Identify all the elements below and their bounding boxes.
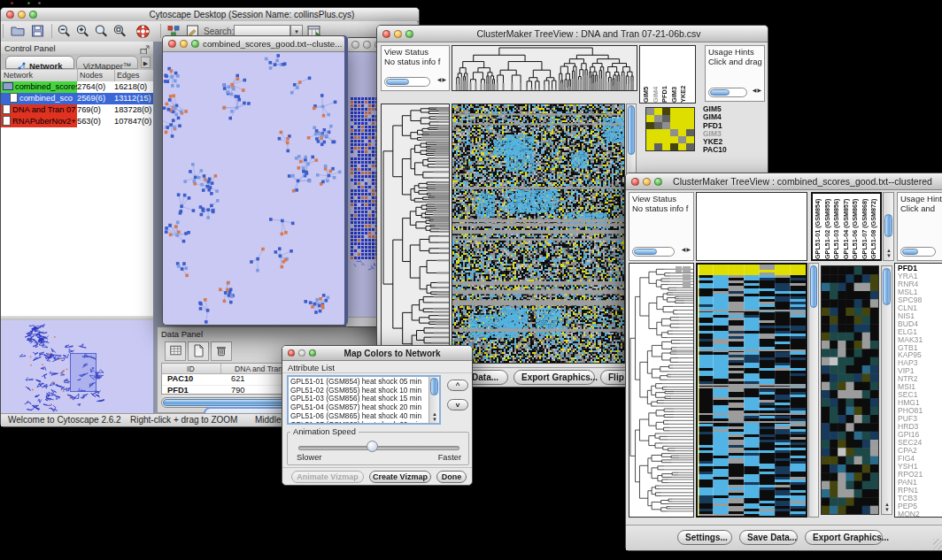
settings-button[interactable]: Settings... — [677, 530, 732, 545]
save-icon[interactable] — [30, 24, 45, 42]
net1-titlebar[interactable]: combined_scores_good.txt--cluste... — [163, 36, 344, 52]
minimize-button[interactable] — [363, 41, 371, 49]
scrollbar-thumb[interactable] — [883, 268, 891, 305]
minimize-button[interactable] — [18, 11, 26, 19]
tv2-collabel-vscrollbar[interactable]: ▲▼ — [883, 192, 894, 261]
tv2-heatmap-vscrollbar[interactable] — [808, 263, 819, 518]
gene-label[interactable]: PAC10 — [703, 146, 758, 154]
network-canvas[interactable] — [163, 52, 344, 326]
zoom-in-icon[interactable] — [75, 24, 90, 42]
minimize-button[interactable] — [394, 30, 402, 38]
minimize-button[interactable] — [180, 40, 188, 48]
scrollbar-thumb[interactable] — [634, 249, 657, 255]
minimize-button[interactable] — [298, 349, 305, 357]
trash-icon[interactable] — [211, 341, 232, 361]
column-header-nodes[interactable]: Nodes — [80, 71, 103, 80]
close-button[interactable] — [382, 30, 390, 38]
network-tree-row[interactable]: combined_sco2569(6)13112(15) — [1, 93, 153, 104]
minimize-button[interactable] — [643, 178, 651, 186]
zoom-button[interactable] — [405, 30, 413, 38]
tv2-titlebar[interactable]: ClusterMaker TreeView : combined_scores_… — [626, 173, 942, 190]
close-button[interactable] — [631, 178, 639, 186]
scroll-arrows[interactable]: ▲▼ — [432, 411, 437, 422]
zoom-button[interactable] — [191, 40, 199, 48]
network-tree-row[interactable]: RNAPuberNov2+563(0)107847(0) — [1, 116, 153, 127]
scroll-arrows[interactable]: ◀▶ — [437, 75, 447, 85]
resize-grip[interactable] — [933, 539, 942, 549]
tv2-row-dendrogram[interactable] — [629, 263, 694, 518]
network-tree-row[interactable]: DNA and Tran 07769(0)183728(0) — [1, 104, 153, 116]
tv2-heatmap[interactable] — [696, 263, 807, 518]
attribute-listbox[interactable]: GPL51-01 (GSM854) heat shock 05 minGPL51… — [287, 375, 441, 425]
new-document-icon[interactable] — [188, 341, 209, 361]
gene-label[interactable]: MON2 — [898, 510, 942, 518]
main-titlebar[interactable]: Cytoscape Desktop (Session Name: collins… — [1, 8, 419, 22]
column-header-edges[interactable]: Edges — [117, 71, 140, 80]
cell-value: 621 — [217, 374, 245, 383]
network-tree-row[interactable]: combined_scores2764(0)16218(0) — [1, 81, 153, 93]
open-folder-icon[interactable] — [10, 24, 26, 42]
create-vizmap-button[interactable]: Create Vizmap — [369, 471, 431, 483]
tv1-heatmap[interactable] — [452, 104, 625, 364]
animate-vizmap-button[interactable]: Animate Vizmap — [291, 471, 364, 483]
tv2-zoom-heatmap[interactable] — [821, 265, 879, 515]
close-button[interactable] — [351, 41, 359, 49]
speed-slider-thumb[interactable] — [367, 441, 378, 452]
tv1-column-dendrogram[interactable] — [452, 45, 637, 91]
tv1-zoom-heatmap[interactable] — [645, 107, 695, 151]
tv1-hints-hscrollbar[interactable] — [708, 88, 747, 97]
scrollbar-thumb[interactable] — [386, 79, 409, 85]
scrollbar-thumb[interactable] — [430, 378, 438, 395]
table-grid-icon[interactable] — [165, 341, 186, 361]
tab-overflow-button[interactable]: ▶ — [141, 57, 151, 68]
tv1-status-hscrollbar[interactable] — [384, 77, 430, 87]
scroll-arrows[interactable]: ◀▶ — [753, 86, 762, 96]
tv2-hints-hscrollbar[interactable] — [900, 247, 936, 257]
zoom-button[interactable] — [309, 349, 316, 357]
zoom-out-icon[interactable] — [57, 24, 72, 42]
scrollbar-thumb[interactable] — [884, 214, 892, 237]
save-data-button[interactable]: Save Data... — [739, 530, 798, 545]
tab-network[interactable]: Network — [5, 56, 74, 69]
zoom-selected-icon[interactable] — [94, 24, 109, 42]
zoom-fit-icon[interactable] — [112, 24, 127, 42]
scroll-arrows[interactable]: ▲▼ — [884, 502, 890, 512]
nodes-count: 2569(6) — [77, 93, 114, 104]
scrollbar-thumb[interactable] — [810, 265, 817, 308]
dialog-titlebar[interactable]: Map Colors to Network — [282, 346, 472, 361]
tv1-column-labels[interactable]: GIM5GIM4PFD1GIM3YKE2PAC10 — [639, 45, 696, 104]
scroll-arrows[interactable]: ◀▶ — [682, 245, 691, 255]
tv2-column-dendrogram[interactable] — [696, 192, 807, 261]
move-up-button[interactable]: ^ — [447, 380, 468, 391]
scroll-arrows[interactable]: ▲▼ — [886, 248, 892, 258]
scrollbar-thumb[interactable] — [902, 249, 918, 255]
zoom-button[interactable] — [29, 11, 37, 19]
menubar-artifact — [27, 2, 30, 4]
attribute-item[interactable]: GPL51-07 (GSM868) heat shock 60 min — [290, 421, 437, 425]
column-header-network[interactable]: Network — [4, 71, 33, 80]
tv2-column-labels[interactable]: GPL51-01 (GSM854)GPL51-02 (GSM855)GPL51-… — [811, 192, 882, 261]
close-button[interactable] — [168, 40, 176, 48]
tab-vizmapper[interactable]: VizMapper™ — [76, 56, 138, 69]
move-down-button[interactable]: v — [447, 399, 468, 410]
column-label: GIM3 — [670, 46, 680, 103]
col-id[interactable]: ID — [187, 364, 195, 373]
close-button[interactable] — [6, 11, 14, 19]
tv2-zoom-vscrollbar[interactable]: ▲▼ — [881, 265, 892, 515]
scrollbar-thumb[interactable] — [710, 89, 730, 96]
tv1-row-dendrogram[interactable] — [381, 104, 450, 364]
scrollbar-thumb[interactable] — [628, 105, 635, 155]
attribute-list-vscrollbar[interactable]: ▲▼ — [429, 377, 439, 423]
birdseye-view[interactable] — [1, 320, 153, 413]
done-button[interactable]: Done — [436, 471, 467, 483]
export-graphics-button[interactable]: Export Graphics... — [513, 370, 595, 385]
speed-slider-track[interactable] — [298, 446, 459, 450]
help-lifering-icon[interactable] — [135, 24, 151, 42]
close-button[interactable] — [288, 349, 295, 357]
tv1-titlebar[interactable]: ClusterMaker TreeView : DNA and Tran 07-… — [377, 26, 768, 42]
zoom-button[interactable] — [654, 178, 662, 186]
tv2-status-hscrollbar[interactable] — [632, 247, 675, 257]
export-graphics-button[interactable]: Export Graphics... — [805, 530, 883, 545]
birdseye-canvas[interactable] — [1, 320, 153, 413]
network-list-empty-area[interactable] — [1, 127, 153, 317]
